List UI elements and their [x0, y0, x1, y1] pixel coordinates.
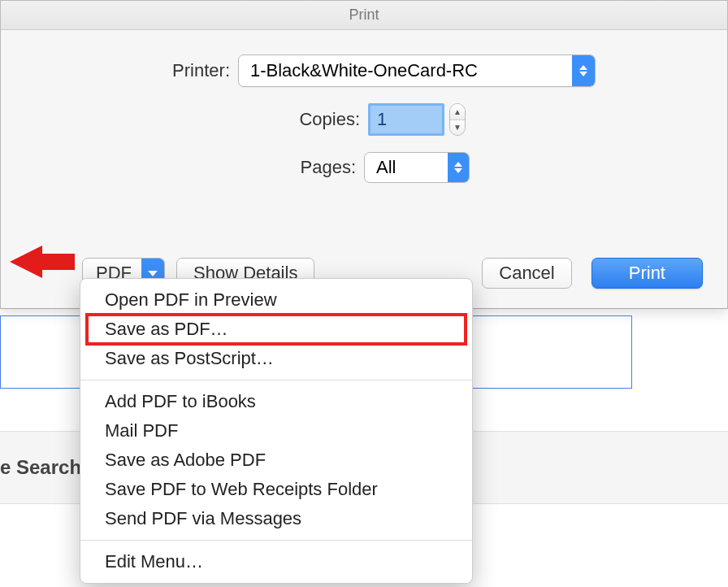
stepper-up-icon[interactable]: ▲: [450, 104, 465, 120]
svg-marker-1: [579, 72, 587, 76]
menu-item-send-via-messages[interactable]: Send PDF via Messages: [80, 504, 472, 533]
menu-item-edit-menu[interactable]: Edit Menu…: [80, 547, 472, 576]
svg-marker-5: [10, 246, 75, 278]
menu-item-save-as-adobe[interactable]: Save as Adobe PDF: [80, 446, 472, 475]
printer-row: Printer: 1-Black&White-OneCard-RC: [132, 54, 596, 87]
menu-item-add-to-ibooks[interactable]: Add PDF to iBooks: [80, 387, 472, 416]
print-button[interactable]: Print: [592, 258, 703, 289]
printer-select-value: 1-Black&White-OneCard-RC: [239, 60, 572, 81]
printer-label: Printer:: [132, 60, 230, 81]
pages-row: Pages: All: [258, 152, 470, 183]
dialog-titlebar: Print: [1, 1, 727, 30]
menu-separator: [80, 540, 472, 541]
menu-item-save-as-pdf[interactable]: Save as PDF…: [85, 313, 467, 346]
svg-marker-3: [454, 168, 462, 173]
pages-label: Pages:: [258, 157, 356, 178]
background-search-label: e Search: [0, 456, 81, 479]
menu-item-open-preview[interactable]: Open PDF in Preview: [80, 285, 472, 315]
annotation-arrow-icon: [10, 242, 75, 281]
menu-item-mail-pdf[interactable]: Mail PDF: [80, 416, 472, 446]
menu-separator: [80, 380, 472, 380]
print-dialog: Print Printer: 1-Black&White-OneCard-RC …: [0, 0, 728, 309]
copies-label: Copies:: [262, 109, 360, 130]
dialog-content: Printer: 1-Black&White-OneCard-RC Copies…: [1, 30, 727, 199]
print-label: Print: [629, 263, 665, 284]
pages-select[interactable]: All: [364, 152, 470, 183]
cancel-button[interactable]: Cancel: [482, 258, 571, 289]
copies-input[interactable]: [368, 103, 444, 136]
printer-select[interactable]: 1-Black&White-OneCard-RC: [238, 54, 596, 87]
pdf-dropdown-menu: Open PDF in Preview Save as PDF… Save as…: [80, 278, 473, 584]
pages-select-value: All: [365, 157, 448, 178]
menu-item-save-as-postscript[interactable]: Save as PostScript…: [80, 344, 472, 373]
copies-stepper[interactable]: ▲ ▼: [449, 103, 466, 136]
menu-item-save-to-web-receipts[interactable]: Save PDF to Web Receipts Folder: [80, 475, 472, 504]
dialog-title: Print: [349, 7, 379, 24]
stepper-down-icon[interactable]: ▼: [450, 120, 465, 136]
copies-row: Copies: ▲ ▼: [262, 103, 466, 136]
svg-marker-2: [454, 162, 462, 167]
svg-marker-4: [148, 271, 158, 276]
updown-arrows-icon: [572, 55, 595, 86]
cancel-label: Cancel: [499, 263, 554, 284]
updown-arrows-icon: [448, 153, 469, 182]
svg-marker-0: [579, 65, 587, 70]
